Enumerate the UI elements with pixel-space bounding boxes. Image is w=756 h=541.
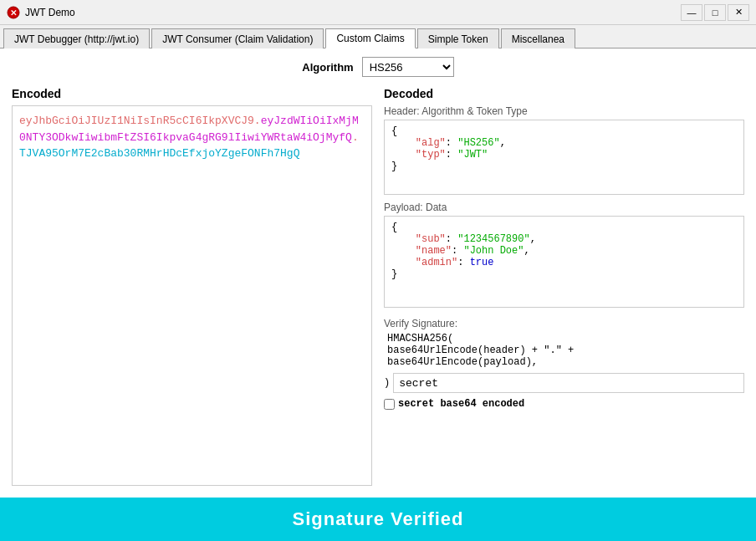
header-section: Header: Algorithm & Token Type { "alg": … bbox=[384, 105, 744, 195]
tab-debugger[interactable]: JWT Debugger (http://jwt.io) bbox=[3, 28, 150, 48]
app-title: JWT Demo bbox=[25, 7, 75, 18]
decoded-column: Decoded Header: Algorithm & Token Type {… bbox=[384, 87, 744, 486]
verify-title: Verify Signature: bbox=[384, 318, 744, 329]
app-icon: ✕ bbox=[7, 6, 20, 19]
payload-section-title: Payload: Data bbox=[384, 202, 744, 213]
tab-bar: JWT Debugger (http://jwt.io) JWT Consume… bbox=[0, 25, 756, 48]
verify-checkbox-row: secret base64 encoded bbox=[384, 398, 744, 410]
header-section-title: Header: Algorithm & Token Type bbox=[384, 105, 744, 117]
signature-bar: Signature Verified bbox=[0, 498, 756, 541]
payload-box: { "sub": "1234567890", "name": "John Doe… bbox=[384, 216, 744, 308]
secret-input[interactable] bbox=[393, 373, 744, 393]
encoded-part3: TJVA95OrM7E2cBab30RMHrHDcEfxjoYZgeFONFh7… bbox=[19, 147, 299, 160]
base64-label: secret base64 encoded bbox=[398, 398, 524, 410]
title-bar-left: ✕ JWT Demo bbox=[7, 6, 75, 19]
svg-text:✕: ✕ bbox=[10, 8, 17, 18]
decoded-title: Decoded bbox=[384, 87, 744, 100]
algorithm-select[interactable]: HS256 HS384 HS512 RS256 bbox=[362, 57, 454, 77]
algorithm-row: Algorithm HS256 HS384 HS512 RS256 bbox=[12, 57, 744, 77]
base64-checkbox[interactable] bbox=[384, 399, 395, 410]
maximize-button[interactable]: □ bbox=[704, 4, 726, 21]
verify-formula: HMACSHA256( base64UrlEncode(header) + ".… bbox=[384, 333, 744, 368]
encoded-part1: eyJhbGciOiJIUzI1NiIsInR5cCI6IkpXVCJ9 bbox=[19, 115, 254, 127]
payload-section: Payload: Data { "sub": "1234567890", "na… bbox=[384, 202, 744, 308]
signature-label: Signature Verified bbox=[292, 508, 463, 530]
tab-simple-token[interactable]: Simple Token bbox=[417, 28, 499, 48]
verify-section: Verify Signature: HMACSHA256( base64UrlE… bbox=[384, 318, 744, 410]
tab-custom-claims[interactable]: Custom Claims bbox=[325, 28, 415, 48]
close-paren: ) bbox=[384, 377, 390, 389]
columns: Encoded eyJhbGciOiJIUzI1NiIsInR5cCI6IkpX… bbox=[12, 87, 744, 486]
header-box: { "alg": "HS256", "typ": "JWT" } bbox=[384, 120, 744, 195]
main-content: Algorithm HS256 HS384 HS512 RS256 Encode… bbox=[0, 48, 756, 498]
close-button[interactable]: ✕ bbox=[728, 4, 749, 21]
verify-secret-row: ) bbox=[384, 373, 744, 393]
encoded-area[interactable]: eyJhbGciOiJIUzI1NiIsInR5cCI6IkpXVCJ9.eyJ… bbox=[12, 105, 372, 486]
encoded-column: Encoded eyJhbGciOiJIUzI1NiIsInR5cCI6IkpX… bbox=[12, 87, 372, 486]
tab-consumer[interactable]: JWT Consumer (Claim Validation) bbox=[151, 28, 324, 48]
window-controls: — □ ✕ bbox=[681, 4, 749, 21]
encoded-title: Encoded bbox=[12, 87, 372, 100]
tab-miscellanea[interactable]: Miscellanea bbox=[501, 28, 575, 48]
title-bar: ✕ JWT Demo — □ ✕ bbox=[0, 0, 756, 25]
encoded-dot1: . bbox=[254, 115, 261, 127]
minimize-button[interactable]: — bbox=[681, 4, 702, 21]
encoded-dot2: . bbox=[352, 131, 359, 144]
algorithm-label: Algorithm bbox=[302, 61, 353, 74]
